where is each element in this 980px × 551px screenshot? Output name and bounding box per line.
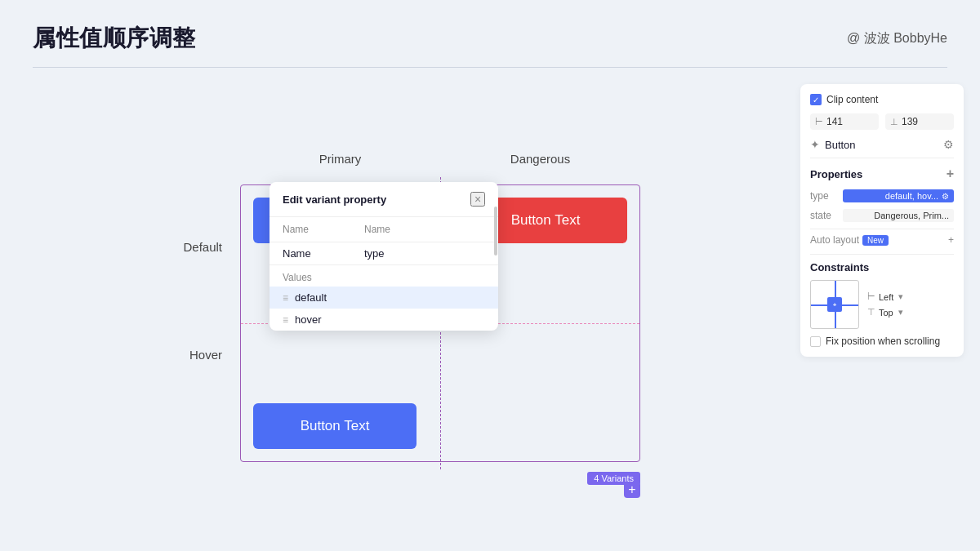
modal-col-values-label: Name	[364, 224, 485, 235]
header: 属性值顺序调整 @ 波波 BobbyHe	[0, 0, 980, 54]
fix-position-row: Fix position when scrolling	[810, 335, 954, 347]
drag-icon-default: ≡	[283, 292, 288, 304]
scrollbar-thumb	[494, 207, 497, 256]
fix-position-label: Fix position when scrolling	[826, 335, 940, 347]
height-field: ⊥ 139	[885, 113, 954, 130]
drag-icon-hover: ≡	[283, 314, 288, 326]
properties-section: Properties +	[810, 167, 954, 181]
component-name-row: ✦ Button ⚙	[810, 138, 954, 158]
checkmark-icon: ✓	[813, 96, 819, 104]
btn-primary-hover-label: Button Text	[301, 418, 370, 434]
variants-plus-button[interactable]: +	[624, 482, 640, 498]
col-header-primary: Primary	[240, 152, 440, 172]
top-constraint-icon: ⊤	[867, 307, 875, 318]
height-icon: ⊥	[890, 117, 898, 127]
add-auto-layout-button[interactable]: +	[948, 234, 954, 246]
state-property-row: state Dangerous, Prim...	[810, 206, 954, 225]
modal-type-field: type	[364, 247, 485, 260]
constraint-top-row: ⊤ Top ▾	[867, 307, 903, 318]
canvas-area: Primary Dangerous Default Hover Button T…	[16, 84, 791, 529]
top-constraint-dropdown[interactable]: ▾	[898, 307, 903, 318]
right-panel: ✓ Clip content ⊢ 141 ⊥ 139 ✦ Button ⚙	[800, 84, 964, 357]
top-constraint-value: Top	[879, 308, 893, 318]
modal-close-button[interactable]: ×	[470, 192, 485, 207]
author-label: @ 波波 BobbyHe	[847, 30, 947, 47]
modal-value-default-label: default	[295, 291, 327, 304]
btn-danger-default-label: Button Text	[511, 212, 581, 229]
modal-title: Edit variant property	[283, 193, 386, 206]
auto-layout-new-badge: New	[862, 235, 889, 246]
height-value: 139	[902, 116, 918, 127]
type-key: type	[810, 190, 843, 202]
modal-values-section-label: Values	[270, 265, 498, 287]
row-header-hover: Hover	[167, 348, 232, 362]
edit-variant-modal: Edit variant property × Name Name Name t…	[270, 182, 498, 331]
constraints-diagram: + ⊢ Left ▾ ⊤ Top ▾	[810, 280, 954, 329]
col-header-dangerous: Dangerous	[440, 152, 640, 172]
auto-layout-label: Auto layout	[810, 234, 859, 246]
column-headers: Primary Dangerous	[240, 152, 640, 172]
add-property-button[interactable]: +	[947, 167, 954, 181]
size-row: ⊢ 141 ⊥ 139	[810, 113, 954, 130]
modal-value-default[interactable]: ≡ default	[270, 287, 498, 309]
left-constraint-value: Left	[879, 292, 893, 302]
type-settings-icon[interactable]: ⚙	[942, 192, 949, 201]
component-name-label: Button	[825, 139, 856, 151]
left-constraint-icon: ⊢	[867, 291, 875, 302]
row-header-default: Default	[167, 240, 232, 254]
width-icon: ⊢	[815, 117, 823, 127]
type-property-row: type default, hov... ⚙	[810, 186, 954, 206]
constraints-section: Constraints + ⊢ Left ▾ ⊤	[810, 254, 954, 347]
fix-position-checkbox[interactable]	[810, 336, 821, 347]
constraint-center: +	[827, 297, 842, 312]
main-area: Primary Dangerous Default Hover Button T…	[0, 68, 980, 545]
state-value: Dangerous, Prim...	[843, 209, 954, 222]
modal-name-field: Name	[283, 247, 364, 260]
constraint-selects: ⊢ Left ▾ ⊤ Top ▾	[867, 291, 903, 318]
modal-scrollbar	[493, 182, 498, 331]
clip-content-label: Clip content	[826, 94, 878, 105]
component-icon: ✦	[810, 138, 820, 151]
type-value: default, hov... ⚙	[843, 189, 954, 202]
auto-layout-row: Auto layout New +	[810, 229, 954, 251]
component-settings-icon[interactable]: ⚙	[943, 138, 954, 151]
type-value-text: default, hov...	[885, 191, 938, 201]
page-title: 属性值顺序调整	[33, 23, 196, 54]
constraints-label: Constraints	[810, 261, 954, 273]
clip-checkbox[interactable]: ✓	[810, 94, 822, 105]
btn-primary-hover[interactable]: Button Text	[253, 403, 416, 449]
constraint-box: +	[810, 280, 859, 329]
width-field: ⊢ 141	[810, 113, 879, 130]
clip-content-row: ✓ Clip content	[810, 94, 954, 105]
modal-value-hover[interactable]: ≡ hover	[270, 309, 498, 331]
center-icon: +	[833, 301, 837, 309]
modal-value-hover-label: hover	[295, 313, 322, 326]
modal-columns: Name Name	[270, 217, 498, 242]
modal-name-row: Name type	[270, 242, 498, 265]
width-value: 141	[826, 116, 843, 127]
left-constraint-dropdown[interactable]: ▾	[898, 291, 903, 302]
constraint-left-row: ⊢ Left ▾	[867, 291, 903, 302]
properties-label: Properties	[810, 168, 862, 180]
modal-header: Edit variant property ×	[270, 182, 498, 217]
state-key: state	[810, 210, 843, 221]
modal-col-name-label: Name	[283, 224, 364, 235]
state-value-text: Dangerous, Prim...	[874, 211, 949, 220]
